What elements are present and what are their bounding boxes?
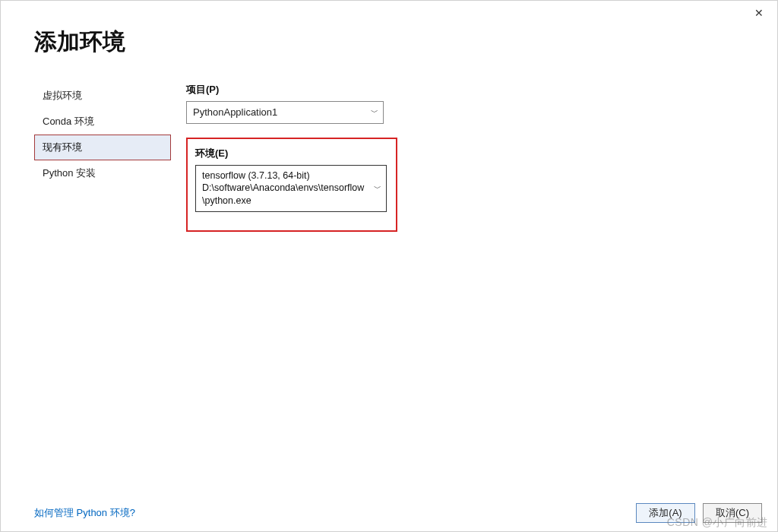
project-label: 项目(P) [186,83,406,97]
project-select[interactable]: PythonApplication1 ﹀ [186,101,384,124]
close-button[interactable]: ✕ [747,4,771,22]
content-panel: 项目(P) PythonApplication1 ﹀ 环境(E) tensorf… [186,83,406,232]
help-link[interactable]: 如何管理 Python 环境? [34,506,135,520]
environment-select[interactable]: tensorflow (3.7.13, 64-bit) D:\software\… [195,165,387,213]
chevron-down-icon: ﹀ [371,107,378,118]
dialog-footer: 如何管理 Python 环境? 添加(A) 取消(C) [1,495,777,531]
add-button[interactable]: 添加(A) [636,503,695,523]
sidebar-item-label: Python 安装 [43,167,96,179]
project-select-value: PythonApplication1 [193,106,277,118]
cancel-button[interactable]: 取消(C) [703,503,762,523]
environment-select-line1: tensorflow (3.7.13, 64-bit) [202,170,310,181]
chevron-down-icon: ﹀ [374,183,381,194]
cancel-button-label: 取消(C) [716,506,749,520]
sidebar-item-label: 现有环境 [43,141,82,153]
close-icon: ✕ [754,7,764,19]
sidebar: 虚拟环境 Conda 环境 现有环境 Python 安装 [34,83,171,186]
sidebar-item-virtual-env[interactable]: 虚拟环境 [34,83,171,109]
sidebar-item-python-install[interactable]: Python 安装 [34,160,171,186]
environment-highlight-box: 环境(E) tensorflow (3.7.13, 64-bit) D:\sof… [186,138,397,233]
sidebar-item-label: Conda 环境 [43,116,94,127]
environment-select-line2: D:\software\Anaconda\envs\tensorflow\pyt… [202,182,364,206]
add-button-label: 添加(A) [649,506,682,520]
environment-label: 环境(E) [195,147,388,160]
dialog-window: ✕ 添加环境 虚拟环境 Conda 环境 现有环境 Python 安装 项目(P… [0,0,778,532]
dialog-title: 添加环境 [34,27,125,58]
sidebar-item-existing-env[interactable]: 现有环境 [34,135,171,160]
sidebar-item-conda-env[interactable]: Conda 环境 [34,109,171,135]
sidebar-item-label: 虚拟环境 [43,90,82,101]
